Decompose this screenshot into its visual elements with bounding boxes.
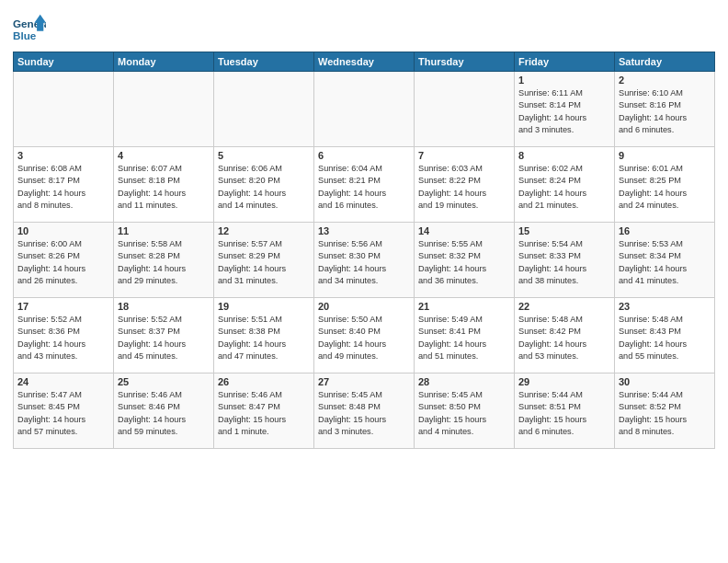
day-info: Sunrise: 5:44 AM Sunset: 8:52 PM Dayligh… — [619, 389, 711, 438]
day-info: Sunrise: 6:08 AM Sunset: 8:17 PM Dayligh… — [17, 163, 109, 212]
calendar-cell: 28Sunrise: 5:45 AM Sunset: 8:50 PM Dayli… — [415, 373, 515, 449]
weekday-header-saturday: Saturday — [615, 52, 715, 72]
day-info: Sunrise: 5:52 AM Sunset: 8:36 PM Dayligh… — [17, 314, 109, 362]
day-info: Sunrise: 6:10 AM Sunset: 8:16 PM Dayligh… — [619, 87, 711, 136]
logo-icon: GeneralBlue — [13, 13, 46, 46]
calendar-cell: 14Sunrise: 5:55 AM Sunset: 8:32 PM Dayli… — [415, 223, 515, 298]
calendar-cell: 2Sunrise: 6:10 AM Sunset: 8:16 PM Daylig… — [615, 72, 715, 147]
day-number: 10 — [17, 225, 109, 236]
day-number: 1 — [518, 75, 610, 86]
day-number: 27 — [318, 376, 410, 387]
calendar-cell: 10Sunrise: 6:00 AM Sunset: 8:26 PM Dayli… — [14, 223, 114, 298]
calendar-cell: 16Sunrise: 5:53 AM Sunset: 8:34 PM Dayli… — [615, 223, 715, 298]
day-number: 5 — [218, 150, 310, 161]
day-info: Sunrise: 5:46 AM Sunset: 8:47 PM Dayligh… — [218, 389, 310, 438]
day-number: 15 — [518, 225, 610, 236]
day-number: 11 — [118, 225, 210, 236]
day-number: 18 — [118, 301, 210, 312]
day-info: Sunrise: 6:06 AM Sunset: 8:20 PM Dayligh… — [218, 163, 310, 212]
week-row-0: 1Sunrise: 6:11 AM Sunset: 8:14 PM Daylig… — [14, 72, 715, 147]
day-number: 28 — [418, 376, 510, 387]
day-number: 3 — [17, 150, 109, 161]
calendar-cell: 22Sunrise: 5:48 AM Sunset: 8:42 PM Dayli… — [515, 298, 615, 373]
calendar-cell: 7Sunrise: 6:03 AM Sunset: 8:22 PM Daylig… — [415, 147, 515, 223]
calendar-cell: 9Sunrise: 6:01 AM Sunset: 8:25 PM Daylig… — [615, 147, 715, 223]
day-number: 8 — [518, 150, 610, 161]
day-number: 30 — [619, 376, 711, 387]
calendar-cell: 4Sunrise: 6:07 AM Sunset: 8:18 PM Daylig… — [114, 147, 214, 223]
day-info: Sunrise: 5:48 AM Sunset: 8:43 PM Dayligh… — [619, 314, 711, 362]
day-info: Sunrise: 5:53 AM Sunset: 8:34 PM Dayligh… — [619, 238, 711, 287]
day-info: Sunrise: 6:02 AM Sunset: 8:24 PM Dayligh… — [518, 163, 610, 212]
calendar-cell — [14, 72, 114, 147]
header: GeneralBlue — [13, 9, 715, 46]
day-info: Sunrise: 5:45 AM Sunset: 8:48 PM Dayligh… — [318, 389, 410, 438]
weekday-header-thursday: Thursday — [415, 52, 515, 72]
day-number: 9 — [619, 150, 711, 161]
day-info: Sunrise: 5:56 AM Sunset: 8:30 PM Dayligh… — [318, 238, 410, 287]
calendar-cell: 21Sunrise: 5:49 AM Sunset: 8:41 PM Dayli… — [415, 298, 515, 373]
day-number: 26 — [218, 376, 310, 387]
day-info: Sunrise: 6:01 AM Sunset: 8:25 PM Dayligh… — [619, 163, 711, 212]
calendar-cell — [114, 72, 214, 147]
weekday-header-monday: Monday — [114, 52, 214, 72]
day-number: 4 — [118, 150, 210, 161]
day-number: 7 — [418, 150, 510, 161]
weekday-header-sunday: Sunday — [14, 52, 114, 72]
calendar-cell: 26Sunrise: 5:46 AM Sunset: 8:47 PM Dayli… — [214, 373, 314, 449]
calendar-cell: 13Sunrise: 5:56 AM Sunset: 8:30 PM Dayli… — [314, 223, 415, 298]
weekday-header-row: SundayMondayTuesdayWednesdayThursdayFrid… — [14, 52, 715, 72]
day-number: 17 — [17, 301, 109, 312]
weekday-header-tuesday: Tuesday — [214, 52, 314, 72]
day-number: 29 — [518, 376, 610, 387]
day-info: Sunrise: 5:57 AM Sunset: 8:29 PM Dayligh… — [218, 238, 310, 287]
weekday-header-wednesday: Wednesday — [314, 52, 415, 72]
calendar-cell: 19Sunrise: 5:51 AM Sunset: 8:38 PM Dayli… — [214, 298, 314, 373]
day-info: Sunrise: 6:00 AM Sunset: 8:26 PM Dayligh… — [17, 238, 109, 287]
week-row-1: 3Sunrise: 6:08 AM Sunset: 8:17 PM Daylig… — [14, 147, 715, 223]
day-number: 19 — [218, 301, 310, 312]
calendar-cell: 18Sunrise: 5:52 AM Sunset: 8:37 PM Dayli… — [114, 298, 214, 373]
weekday-header-friday: Friday — [515, 52, 615, 72]
day-number: 12 — [218, 225, 310, 236]
day-info: Sunrise: 5:45 AM Sunset: 8:50 PM Dayligh… — [418, 389, 510, 438]
day-info: Sunrise: 5:58 AM Sunset: 8:28 PM Dayligh… — [118, 238, 210, 287]
calendar-cell: 5Sunrise: 6:06 AM Sunset: 8:20 PM Daylig… — [214, 147, 314, 223]
week-row-3: 17Sunrise: 5:52 AM Sunset: 8:36 PM Dayli… — [14, 298, 715, 373]
calendar-cell — [314, 72, 415, 147]
day-info: Sunrise: 5:51 AM Sunset: 8:38 PM Dayligh… — [218, 314, 310, 362]
day-info: Sunrise: 5:47 AM Sunset: 8:45 PM Dayligh… — [17, 389, 109, 438]
day-number: 6 — [318, 150, 410, 161]
day-info: Sunrise: 5:55 AM Sunset: 8:32 PM Dayligh… — [418, 238, 510, 287]
day-number: 20 — [318, 301, 410, 312]
calendar-table: SundayMondayTuesdayWednesdayThursdayFrid… — [13, 52, 715, 449]
day-number: 21 — [418, 301, 510, 312]
calendar-cell: 29Sunrise: 5:44 AM Sunset: 8:51 PM Dayli… — [515, 373, 615, 449]
calendar-cell: 23Sunrise: 5:48 AM Sunset: 8:43 PM Dayli… — [615, 298, 715, 373]
day-info: Sunrise: 5:52 AM Sunset: 8:37 PM Dayligh… — [118, 314, 210, 362]
week-row-2: 10Sunrise: 6:00 AM Sunset: 8:26 PM Dayli… — [14, 223, 715, 298]
calendar-cell: 24Sunrise: 5:47 AM Sunset: 8:45 PM Dayli… — [14, 373, 114, 449]
day-info: Sunrise: 6:03 AM Sunset: 8:22 PM Dayligh… — [418, 163, 510, 212]
day-info: Sunrise: 5:44 AM Sunset: 8:51 PM Dayligh… — [518, 389, 610, 438]
calendar-cell: 3Sunrise: 6:08 AM Sunset: 8:17 PM Daylig… — [14, 147, 114, 223]
calendar-cell: 8Sunrise: 6:02 AM Sunset: 8:24 PM Daylig… — [515, 147, 615, 223]
calendar-cell: 1Sunrise: 6:11 AM Sunset: 8:14 PM Daylig… — [515, 72, 615, 147]
day-info: Sunrise: 5:46 AM Sunset: 8:46 PM Dayligh… — [118, 389, 210, 438]
calendar-cell: 15Sunrise: 5:54 AM Sunset: 8:33 PM Dayli… — [515, 223, 615, 298]
calendar-cell: 30Sunrise: 5:44 AM Sunset: 8:52 PM Dayli… — [615, 373, 715, 449]
day-number: 24 — [17, 376, 109, 387]
day-info: Sunrise: 5:50 AM Sunset: 8:40 PM Dayligh… — [318, 314, 410, 362]
day-number: 2 — [619, 75, 711, 86]
calendar-cell: 25Sunrise: 5:46 AM Sunset: 8:46 PM Dayli… — [114, 373, 214, 449]
day-number: 25 — [118, 376, 210, 387]
calendar-cell — [415, 72, 515, 147]
calendar-cell: 17Sunrise: 5:52 AM Sunset: 8:36 PM Dayli… — [14, 298, 114, 373]
day-number: 14 — [418, 225, 510, 236]
day-info: Sunrise: 6:07 AM Sunset: 8:18 PM Dayligh… — [118, 163, 210, 212]
day-info: Sunrise: 5:48 AM Sunset: 8:42 PM Dayligh… — [518, 314, 610, 362]
day-number: 13 — [318, 225, 410, 236]
day-info: Sunrise: 5:54 AM Sunset: 8:33 PM Dayligh… — [518, 238, 610, 287]
day-number: 16 — [619, 225, 711, 236]
calendar-cell: 27Sunrise: 5:45 AM Sunset: 8:48 PM Dayli… — [314, 373, 415, 449]
